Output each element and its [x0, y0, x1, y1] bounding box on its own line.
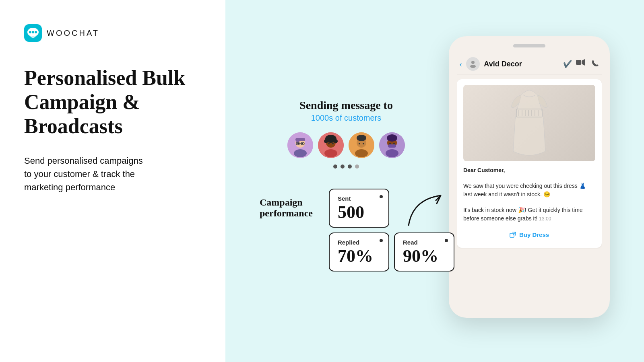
- dress-svg: [501, 87, 557, 159]
- sent-stat-box: Sent 500: [329, 189, 389, 228]
- avatar-2: [318, 132, 344, 158]
- phone-call-icon[interactable]: [591, 59, 599, 69]
- svg-point-25: [355, 149, 368, 157]
- left-panel: WOOCHAT Personalised Bulk Campaign & Bro…: [0, 0, 225, 362]
- svg-point-26: [357, 135, 366, 141]
- svg-point-32: [387, 134, 397, 142]
- avatar-4: [379, 132, 405, 158]
- svg-point-34: [389, 143, 391, 144]
- read-value: 90%: [403, 247, 446, 265]
- back-button[interactable]: ‹: [459, 59, 462, 69]
- woochat-logo-icon: [24, 24, 42, 42]
- arrow-icon: [405, 191, 453, 232]
- phone-header: ‹ Avid Decor ✔️: [457, 54, 602, 74]
- bottom-stats-row: Replied 70% Read 90%: [329, 232, 433, 272]
- logo-text: WOOCHAT: [47, 29, 99, 38]
- phone-notch: [513, 44, 545, 47]
- contact-name: Avid Decor: [484, 60, 559, 68]
- external-link-icon: [510, 232, 516, 238]
- sent-value: 500: [338, 204, 380, 221]
- dot-3: [348, 165, 352, 169]
- svg-point-27: [359, 143, 360, 144]
- svg-point-37: [470, 65, 476, 68]
- phone-actions: [576, 59, 599, 69]
- replied-dot: [380, 239, 383, 242]
- buy-dress-button[interactable]: Buy Dress: [463, 227, 595, 242]
- campaign-label: Campaign performance: [260, 197, 324, 219]
- page-subtext: Send personalised campaignsto your custo…: [24, 154, 205, 194]
- svg-point-10: [297, 143, 299, 144]
- replied-value: 70%: [338, 247, 380, 265]
- phone-chat-area: Dear Customer, We saw that you were chec…: [457, 79, 602, 310]
- sending-title: Sending message to: [260, 99, 433, 112]
- svg-point-35: [393, 143, 395, 144]
- message-body-2: It's back in stock now 🎉! Get it quickly…: [463, 206, 595, 223]
- sending-subtitle: 1000s of customers: [260, 113, 433, 123]
- svg-rect-38: [576, 60, 581, 65]
- svg-point-20: [334, 139, 338, 143]
- svg-point-28: [363, 143, 364, 144]
- sending-section: Sending message to 1000s of customers: [260, 99, 433, 169]
- svg-point-4: [35, 31, 37, 33]
- svg-point-2: [29, 31, 31, 33]
- message-greeting: Dear Customer,: [463, 166, 595, 175]
- page-headline: Personalised Bulk Campaign & Broadcasts: [24, 66, 205, 138]
- dot-1: [333, 165, 337, 169]
- logo-area: WOOCHAT: [24, 24, 205, 42]
- right-panel: Sending message to 1000s of customers: [225, 0, 644, 362]
- svg-point-3: [32, 31, 34, 33]
- svg-point-19: [324, 139, 328, 143]
- avatar-3: [349, 132, 374, 158]
- verified-badge-icon: ✔️: [563, 60, 572, 68]
- dot-4: [355, 165, 359, 169]
- message-time: 13:00: [539, 216, 551, 222]
- svg-point-11: [301, 143, 303, 144]
- dot-2: [341, 165, 345, 169]
- svg-rect-33: [388, 144, 396, 148]
- avatar-1: [287, 132, 313, 158]
- dress-image: [463, 85, 595, 161]
- buy-button-label: Buy Dress: [519, 231, 549, 238]
- svg-point-36: [471, 61, 475, 64]
- sent-dot: [380, 195, 383, 198]
- read-stat-box: Read 90%: [394, 232, 454, 272]
- read-dot: [445, 239, 448, 242]
- svg-point-31: [386, 149, 398, 157]
- arrow-container: [405, 191, 453, 233]
- replied-label: Replied: [338, 239, 380, 246]
- svg-point-22: [332, 143, 334, 144]
- phone-mockup: ‹ Avid Decor ✔️: [449, 36, 610, 318]
- svg-rect-9: [295, 138, 305, 141]
- read-label: Read: [403, 239, 446, 246]
- svg-point-7: [294, 149, 307, 157]
- contact-avatar: [466, 57, 480, 71]
- replied-stat-box: Replied 70%: [329, 232, 389, 272]
- avatars-row: [260, 132, 433, 158]
- center-content: Sending message to 1000s of customers: [260, 99, 433, 272]
- chat-message-bubble: Dear Customer, We saw that you were chec…: [457, 79, 602, 248]
- sent-label: Sent: [338, 195, 380, 202]
- svg-point-21: [328, 143, 330, 144]
- video-call-icon[interactable]: [576, 59, 585, 69]
- svg-marker-39: [582, 59, 585, 66]
- message-body-1: We saw that you were checking out this d…: [463, 182, 595, 199]
- dots-row: [260, 165, 433, 169]
- svg-point-17: [324, 149, 337, 157]
